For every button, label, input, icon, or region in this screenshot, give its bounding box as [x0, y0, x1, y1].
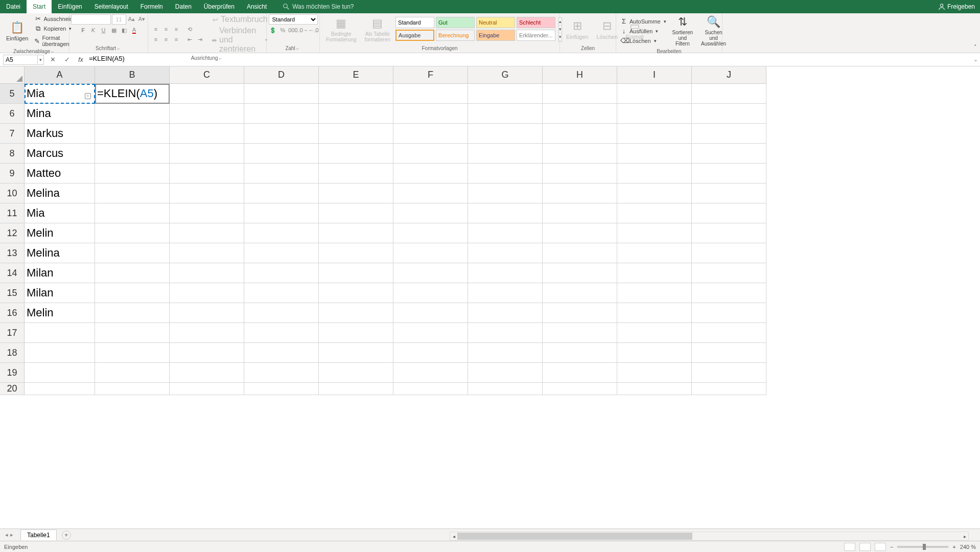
- cell[interactable]: [25, 383, 95, 395]
- column-header[interactable]: G: [468, 66, 543, 84]
- cell[interactable]: [25, 343, 95, 363]
- cell[interactable]: [468, 243, 543, 263]
- cell[interactable]: [170, 243, 244, 263]
- font-name-input[interactable]: [71, 14, 111, 25]
- cell[interactable]: Milan: [25, 263, 95, 283]
- cell[interactable]: [95, 144, 170, 164]
- row-header[interactable]: 14: [0, 263, 25, 283]
- cell-style-option[interactable]: Ausgabe: [395, 30, 434, 41]
- cell[interactable]: [319, 363, 393, 383]
- cell[interactable]: [692, 124, 766, 144]
- cell[interactable]: Melin: [25, 223, 95, 243]
- cell[interactable]: [543, 323, 617, 343]
- conditional-formatting-button[interactable]: ▦Bedingte Formatierung: [323, 16, 359, 43]
- tab-daten[interactable]: Daten: [169, 0, 198, 13]
- cell[interactable]: [543, 303, 617, 323]
- cell[interactable]: [95, 343, 170, 363]
- name-box[interactable]: [3, 55, 38, 65]
- merge-center-button[interactable]: ⬌Verbinden und zentrieren▾: [211, 26, 269, 54]
- tab-start[interactable]: Start: [27, 0, 52, 13]
- column-header[interactable]: J: [692, 66, 766, 84]
- cell[interactable]: [543, 223, 617, 243]
- cell[interactable]: [244, 164, 319, 183]
- cell[interactable]: [543, 263, 617, 283]
- row-header[interactable]: 19: [0, 363, 25, 383]
- wrap-text-button[interactable]: ↩Textumbruch: [211, 14, 269, 25]
- cell[interactable]: Melin: [25, 303, 95, 323]
- column-headers[interactable]: ABCDEFGHIJ: [25, 66, 766, 84]
- cell[interactable]: [393, 84, 468, 104]
- horizontal-scrollbar[interactable]: ◂▸: [450, 532, 969, 541]
- cell[interactable]: [319, 243, 393, 263]
- cell[interactable]: [244, 323, 319, 343]
- cell[interactable]: [692, 263, 766, 283]
- cell[interactable]: [692, 164, 766, 183]
- cell[interactable]: [692, 183, 766, 203]
- cell[interactable]: [393, 223, 468, 243]
- cell[interactable]: Markus: [25, 124, 95, 144]
- cell[interactable]: [692, 144, 766, 164]
- cell[interactable]: [95, 363, 170, 383]
- font-size-input[interactable]: [112, 14, 126, 25]
- share-button[interactable]: Freigeben: [938, 3, 975, 10]
- insert-cells-button[interactable]: ⊞Einfügen: [563, 18, 591, 41]
- cell[interactable]: [25, 363, 95, 383]
- column-header[interactable]: D: [244, 66, 319, 84]
- row-header[interactable]: 6: [0, 104, 25, 124]
- name-box-dropdown[interactable]: ▾: [38, 55, 44, 65]
- column-header[interactable]: B: [95, 66, 170, 84]
- cell[interactable]: [617, 283, 692, 303]
- cell[interactable]: [319, 303, 393, 323]
- row-headers[interactable]: 567891011121314151617181920: [0, 84, 25, 395]
- column-header[interactable]: C: [170, 66, 244, 84]
- tell-me-search[interactable]: Was möchten Sie tun?: [283, 3, 354, 10]
- row-header[interactable]: 16: [0, 303, 25, 323]
- fill-button[interactable]: ↓Ausfüllen▾: [619, 27, 667, 35]
- cell[interactable]: [393, 124, 468, 144]
- cell[interactable]: [543, 243, 617, 263]
- comma-button[interactable]: 000: [289, 26, 298, 35]
- grow-font-button[interactable]: A▴: [127, 14, 136, 24]
- increase-decimal-button[interactable]: .0→: [299, 26, 308, 35]
- cell[interactable]: [468, 84, 543, 104]
- row-header[interactable]: 13: [0, 243, 25, 263]
- zoom-slider[interactable]: [897, 546, 948, 548]
- cell[interactable]: [95, 323, 170, 343]
- row-header[interactable]: 12: [0, 223, 25, 243]
- cell[interactable]: [617, 263, 692, 283]
- column-header[interactable]: I: [617, 66, 692, 84]
- cell[interactable]: Marcus: [25, 144, 95, 164]
- view-normal-button[interactable]: [844, 543, 855, 551]
- cell[interactable]: [617, 104, 692, 124]
- sheet-nav[interactable]: ◂▸: [0, 532, 18, 538]
- cell[interactable]: [95, 383, 170, 395]
- cell[interactable]: [468, 383, 543, 395]
- font-color-button[interactable]: A: [130, 26, 139, 35]
- cell[interactable]: Mina: [25, 104, 95, 124]
- cell[interactable]: [170, 124, 244, 144]
- underline-button[interactable]: U: [99, 26, 108, 35]
- cell[interactable]: Melina: [25, 183, 95, 203]
- cell[interactable]: [393, 243, 468, 263]
- cell-styles-gallery[interactable]: StandardGutNeutralSchlechtAusgabeBerechn…: [395, 17, 556, 42]
- cell[interactable]: [319, 104, 393, 124]
- cell[interactable]: [617, 343, 692, 363]
- cell[interactable]: [170, 303, 244, 323]
- cell[interactable]: [170, 383, 244, 395]
- cell[interactable]: [692, 104, 766, 124]
- indent-increase-button[interactable]: ⇥: [195, 35, 204, 44]
- cell[interactable]: [170, 84, 244, 104]
- row-header[interactable]: 20: [0, 383, 25, 395]
- accounting-button[interactable]: 💲: [268, 26, 277, 35]
- cell[interactable]: [244, 263, 319, 283]
- cell[interactable]: [617, 383, 692, 395]
- cell[interactable]: [244, 283, 319, 303]
- sort-filter-button[interactable]: ⇅Sortieren und Filtern: [669, 14, 696, 48]
- cell[interactable]: [393, 303, 468, 323]
- cell[interactable]: [543, 144, 617, 164]
- cell[interactable]: [692, 363, 766, 383]
- collapse-ribbon-button[interactable]: ˄: [974, 44, 977, 51]
- percent-button[interactable]: %: [278, 26, 288, 35]
- zoom-plus[interactable]: +: [952, 544, 955, 550]
- cell[interactable]: [95, 164, 170, 183]
